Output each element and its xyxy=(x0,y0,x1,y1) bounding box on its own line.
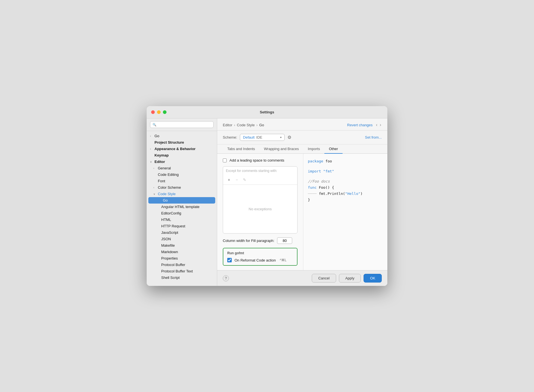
sidebar-items: › Go Project Structure › Appearance & Be… xyxy=(147,131,217,286)
main-header: Editor › Code Style › Go Revert changes … xyxy=(217,118,387,130)
code-blank-2 xyxy=(308,174,383,178)
tab-imports[interactable]: Imports xyxy=(303,144,324,154)
search-bar: 🔍 xyxy=(147,118,217,131)
bottom-bar: ? Cancel Apply OK xyxy=(217,270,387,286)
sidebar-item-code-style[interactable]: ∨ Code Style xyxy=(147,191,217,197)
cancel-button[interactable]: Cancel xyxy=(312,274,336,283)
search-wrap[interactable]: 🔍 xyxy=(150,121,214,128)
code-line-body: ──── fmt.Println("Hello") xyxy=(308,191,383,197)
back-button[interactable]: ‹ xyxy=(375,122,378,127)
col-width-label: Column width for Fill paragraph: xyxy=(223,239,274,243)
chevron-right-icon: › xyxy=(150,148,153,150)
exceptions-toolbar: + − ✎ xyxy=(223,175,297,185)
sidebar-item-http-request[interactable]: HTTP Request xyxy=(147,223,217,229)
sidebar-item-angular[interactable]: Angular HTML template xyxy=(147,204,217,210)
sidebar-item-go-active[interactable]: Go xyxy=(148,197,215,204)
sidebar-item-editor[interactable]: ∨ Editor xyxy=(147,158,217,165)
chevron-down-icon: ∨ xyxy=(153,193,157,195)
scheme-name: Default xyxy=(243,135,254,139)
sidebar-item-protocol-buffer-text[interactable]: Protocol Buffer Text xyxy=(147,268,217,274)
scheme-bar: Scheme: Default IDE ▾ ⚙ Set from... xyxy=(217,130,387,144)
exceptions-empty: No exceptions xyxy=(223,185,297,233)
remove-exception-button[interactable]: − xyxy=(234,177,240,183)
sidebar-item-protocol-buffer[interactable]: Protocol Buffer xyxy=(147,262,217,268)
exceptions-placeholder: Except for comments starting with: xyxy=(223,167,297,175)
breadcrumb-sep-1: › xyxy=(234,123,235,127)
search-input[interactable] xyxy=(158,123,211,127)
sidebar-item-javascript[interactable]: JavaScript xyxy=(147,229,217,236)
code-line-import: import "fmt" xyxy=(308,168,383,174)
content-area: Add a leading space to comments Except f… xyxy=(217,154,387,270)
run-gofmt-box: Run gofmt On Reformat Code action ^⌘L xyxy=(223,248,298,266)
window-title: Settings xyxy=(260,110,274,114)
set-from-button[interactable]: Set from... xyxy=(365,135,382,139)
sidebar-item-appearance-behavior[interactable]: › Appearance & Behavior xyxy=(147,146,217,152)
breadcrumb-code-style: Code Style xyxy=(237,123,255,127)
breadcrumb-go: Go xyxy=(259,123,264,127)
code-line-func: func Foo() { xyxy=(308,185,383,191)
settings-window: Settings 🔍 › Go Project Structure xyxy=(147,106,387,286)
sidebar: 🔍 › Go Project Structure › Appearance & … xyxy=(147,118,217,286)
sidebar-item-go[interactable]: › Go xyxy=(147,133,217,139)
gear-icon[interactable]: ⚙ xyxy=(287,135,291,140)
search-icon: 🔍 xyxy=(153,123,156,127)
sidebar-item-project-structure[interactable]: Project Structure xyxy=(147,139,217,146)
code-preview: package foo import "fmt" //Foo docs xyxy=(308,158,383,203)
sidebar-item-makefile[interactable]: Makefile xyxy=(147,242,217,249)
on-reformat-checkbox[interactable] xyxy=(227,258,232,262)
code-dash-indent: ──── xyxy=(308,192,317,196)
apply-button[interactable]: Apply xyxy=(339,274,361,283)
on-reformat-label: On Reformat Code action xyxy=(235,258,276,262)
sidebar-item-html[interactable]: HTML xyxy=(147,216,217,223)
sidebar-item-shell-script[interactable]: Shell Script xyxy=(147,274,217,281)
tab-other[interactable]: Other xyxy=(324,144,343,154)
tabs-bar: Tabs and Indents Wrapping and Braces Imp… xyxy=(217,144,387,154)
left-panel: Add a leading space to comments Except f… xyxy=(217,154,303,270)
sidebar-item-code-editing[interactable]: Code Editing xyxy=(147,171,217,178)
code-preview-panel: package foo import "fmt" //Foo docs xyxy=(303,154,387,270)
ok-button[interactable]: OK xyxy=(364,274,382,283)
gofmt-title: Run gofmt xyxy=(227,251,293,255)
sidebar-item-keymap[interactable]: Keymap xyxy=(147,152,217,158)
chevron-right-icon: › xyxy=(153,186,157,189)
code-blank-1 xyxy=(308,164,383,168)
exceptions-box: Except for comments starting with: + − ✎… xyxy=(223,166,298,234)
scheme-left: Scheme: Default IDE ▾ ⚙ xyxy=(223,134,291,141)
maximize-button[interactable] xyxy=(163,110,167,114)
help-button[interactable]: ? xyxy=(223,275,229,281)
main-content: Editor › Code Style › Go Revert changes … xyxy=(217,118,387,286)
window-body: 🔍 › Go Project Structure › Appearance & … xyxy=(147,118,387,286)
sidebar-item-color-scheme[interactable]: › Color Scheme xyxy=(147,184,217,191)
breadcrumb-editor: Editor xyxy=(223,123,232,127)
sidebar-item-font[interactable]: Font xyxy=(147,178,217,184)
chevron-right-icon: › xyxy=(153,167,157,170)
forward-button[interactable]: › xyxy=(379,122,382,127)
header-actions: Revert changes ‹ › xyxy=(347,122,382,127)
add-exception-button[interactable]: + xyxy=(226,177,232,183)
scheme-select[interactable]: Default IDE ▾ xyxy=(240,134,285,141)
nav-arrows: ‹ › xyxy=(375,122,382,127)
sidebar-item-markdown[interactable]: Markdown xyxy=(147,249,217,255)
title-bar: Settings xyxy=(147,106,387,118)
scheme-type: IDE xyxy=(256,135,263,139)
breadcrumb-sep-2: › xyxy=(256,123,257,127)
code-line-1: package foo xyxy=(308,158,383,164)
sidebar-item-properties[interactable]: Properties xyxy=(147,255,217,262)
breadcrumb: Editor › Code Style › Go xyxy=(223,123,264,127)
sidebar-item-general[interactable]: › General xyxy=(147,165,217,171)
add-space-checkbox-row: Add a leading space to comments xyxy=(223,158,298,162)
scheme-chevron-icon: ▾ xyxy=(280,136,282,139)
sidebar-item-editorconfig[interactable]: EditorConfig xyxy=(147,210,217,216)
tab-tabs-indents[interactable]: Tabs and Indents xyxy=(223,144,259,154)
col-width-input[interactable] xyxy=(277,237,292,244)
minimize-button[interactable] xyxy=(157,110,161,114)
tab-wrapping-braces[interactable]: Wrapping and Braces xyxy=(259,144,303,154)
add-space-label: Add a leading space to comments xyxy=(229,158,284,162)
sidebar-item-json[interactable]: JSON xyxy=(147,236,217,242)
edit-exception-button[interactable]: ✎ xyxy=(242,177,248,183)
add-space-checkbox[interactable] xyxy=(223,158,227,162)
close-button[interactable] xyxy=(151,110,155,114)
col-width-row: Column width for Fill paragraph: xyxy=(223,237,298,244)
traffic-lights xyxy=(151,110,167,114)
revert-changes-button[interactable]: Revert changes xyxy=(347,123,373,127)
